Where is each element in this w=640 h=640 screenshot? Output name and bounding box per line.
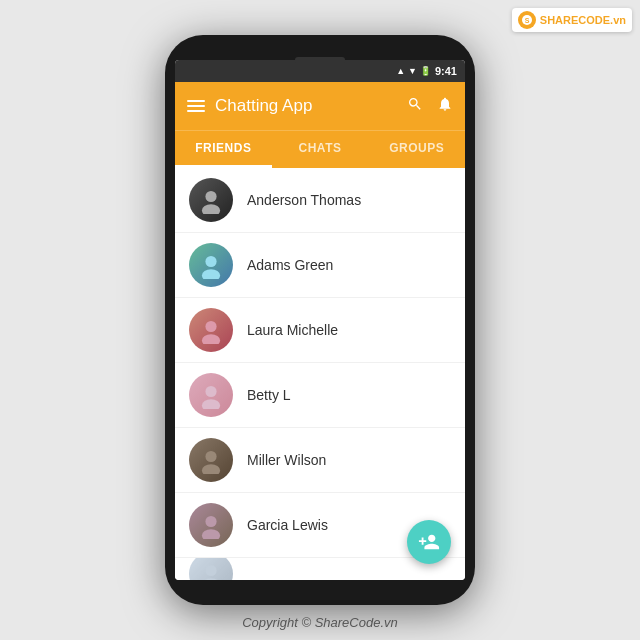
status-icons: ▲ ▼ 🔋 <box>396 66 431 76</box>
menu-line-1 <box>187 100 205 102</box>
anderson-avatar-icon <box>197 186 225 214</box>
miller-avatar-icon <box>197 446 225 474</box>
menu-button[interactable] <box>187 100 205 112</box>
svg-text:S: S <box>524 17 529 24</box>
tab-chats[interactable]: CHATS <box>272 131 369 168</box>
avatar-partial <box>189 558 233 580</box>
add-person-icon <box>418 531 440 553</box>
avatar-miller <box>189 438 233 482</box>
partial-avatar-icon <box>197 560 225 580</box>
svg-point-2 <box>205 191 216 202</box>
svg-point-12 <box>205 516 216 527</box>
app-title: Chatting App <box>215 96 397 116</box>
phone-shell: ▲ ▼ 🔋 9:41 Chatting App <box>165 35 475 605</box>
friend-item-betty[interactable]: Betty L <box>175 363 465 428</box>
svg-point-10 <box>205 451 216 462</box>
friend-name-anderson: Anderson Thomas <box>247 192 361 208</box>
status-bar: ▲ ▼ 🔋 9:41 <box>175 60 465 82</box>
avatar-betty <box>189 373 233 417</box>
friend-item-laura[interactable]: Laura Michelle <box>175 298 465 363</box>
app-bar: Chatting App <box>175 82 465 130</box>
svg-point-13 <box>202 529 220 539</box>
svg-point-3 <box>202 204 220 214</box>
signal-icon: ▲ <box>396 66 405 76</box>
svg-point-7 <box>202 334 220 344</box>
sharecode-text: SHARECODE.vn <box>540 14 626 26</box>
avatar-adams <box>189 243 233 287</box>
search-icon <box>407 96 423 112</box>
screen: ▲ ▼ 🔋 9:41 Chatting App <box>175 60 465 580</box>
svg-point-5 <box>202 269 220 279</box>
app-bar-actions <box>407 96 453 116</box>
friend-item-anderson[interactable]: Anderson Thomas <box>175 168 465 233</box>
tab-friends[interactable]: FRIENDS <box>175 131 272 168</box>
betty-avatar-icon <box>197 381 225 409</box>
friend-name-betty: Betty L <box>247 387 291 403</box>
laura-avatar-icon <box>197 316 225 344</box>
status-time: 9:41 <box>435 65 457 77</box>
friend-name-miller: Miller Wilson <box>247 452 326 468</box>
watermark: Copyright © ShareCode.vn <box>0 615 640 630</box>
sharecode-logo-icon: S <box>521 14 533 26</box>
svg-point-4 <box>205 256 216 267</box>
friend-item-miller[interactable]: Miller Wilson <box>175 428 465 493</box>
search-button[interactable] <box>407 96 423 116</box>
bell-icon <box>437 96 453 112</box>
tabs-bar: FRIENDS CHATS GROUPS <box>175 130 465 168</box>
wifi-icon: ▼ <box>408 66 417 76</box>
notifications-button[interactable] <box>437 96 453 116</box>
friend-name-adams: Adams Green <box>247 257 333 273</box>
avatar-anderson <box>189 178 233 222</box>
page-wrapper: S SHARECODE.vn ▲ ▼ 🔋 9:41 <box>0 0 640 640</box>
adams-avatar-icon <box>197 251 225 279</box>
svg-point-6 <box>205 321 216 332</box>
tab-groups[interactable]: GROUPS <box>368 131 465 168</box>
friends-list: Anderson Thomas Adams Green <box>175 168 465 580</box>
svg-point-15 <box>202 578 220 580</box>
avatar-laura <box>189 308 233 352</box>
svg-point-14 <box>205 565 216 576</box>
sharecode-logo: S <box>518 11 536 29</box>
menu-line-3 <box>187 110 205 112</box>
svg-point-8 <box>205 386 216 397</box>
garcia-avatar-icon <box>197 511 225 539</box>
battery-icon: 🔋 <box>420 66 431 76</box>
svg-point-9 <box>202 399 220 409</box>
friend-name-garcia: Garcia Lewis <box>247 517 328 533</box>
friend-item-adams[interactable]: Adams Green <box>175 233 465 298</box>
menu-line-2 <box>187 105 205 107</box>
svg-point-11 <box>202 464 220 474</box>
friend-name-laura: Laura Michelle <box>247 322 338 338</box>
add-friend-fab[interactable] <box>407 520 451 564</box>
avatar-garcia <box>189 503 233 547</box>
sharecode-badge: S SHARECODE.vn <box>512 8 632 32</box>
